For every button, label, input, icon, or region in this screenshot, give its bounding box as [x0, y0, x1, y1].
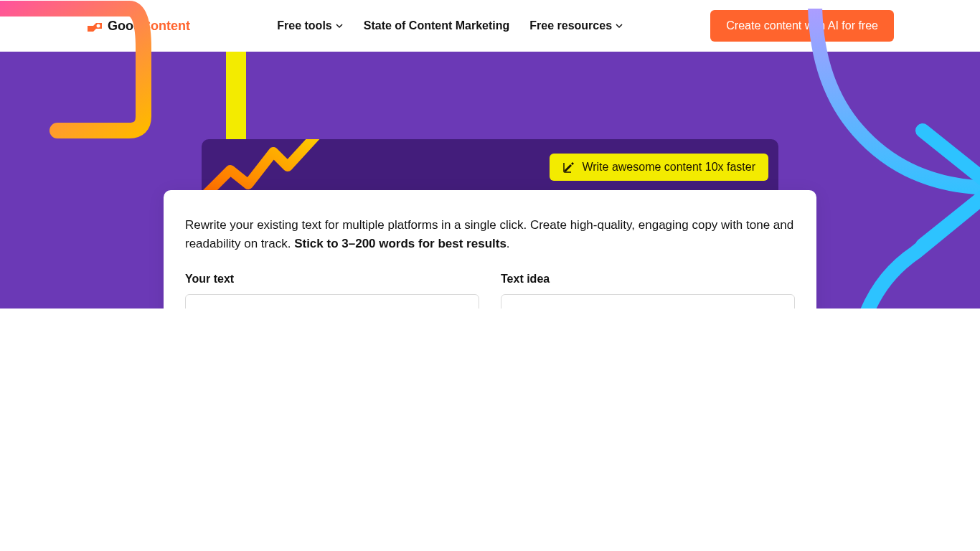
- lower-background: [0, 309, 980, 551]
- chevron-down-icon: [335, 22, 344, 30]
- decorative-zigzag-icon: [202, 139, 338, 195]
- write-faster-label: Write awesome content 10x faster: [582, 161, 755, 174]
- nav-state-label: State of Content Marketing: [364, 19, 510, 32]
- hero-background: Write awesome content 10x faster Rewrite…: [0, 52, 980, 309]
- decorative-yellow-bar: [226, 52, 246, 145]
- main-nav: Free tools State of Content Marketing Fr…: [277, 19, 623, 32]
- nav-state-of-content[interactable]: State of Content Marketing: [364, 19, 510, 32]
- text-idea-label: Text idea: [501, 273, 795, 286]
- write-faster-badge[interactable]: Write awesome content 10x faster: [550, 154, 768, 181]
- nav-free-tools[interactable]: Free tools: [277, 19, 343, 32]
- promo-bar: Write awesome content 10x faster: [202, 139, 778, 195]
- desc-end: .: [507, 237, 510, 250]
- nav-free-resources[interactable]: Free resources: [529, 19, 623, 32]
- decorative-gradient-shape-left: [0, 0, 201, 181]
- desc-strong: Stick to 3–200 words for best results: [294, 237, 507, 250]
- tool-description: Rewrite your existing text for multiple …: [185, 216, 795, 253]
- nav-free-resources-label: Free resources: [529, 19, 612, 32]
- nav-free-tools-label: Free tools: [277, 19, 331, 32]
- your-text-label: Your text: [185, 273, 479, 286]
- chevron-down-icon: [615, 22, 623, 30]
- edit-icon: [562, 161, 575, 174]
